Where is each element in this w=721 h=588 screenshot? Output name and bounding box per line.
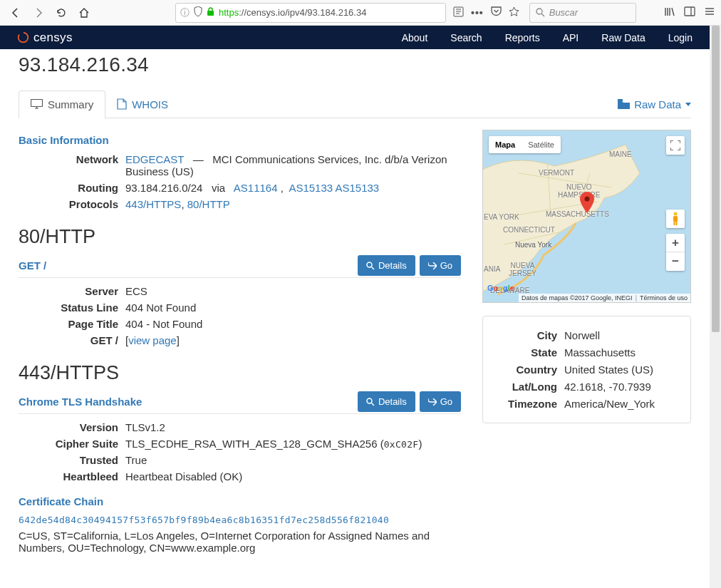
version-value: TLSv1.2 — [125, 421, 461, 433]
http-details-button[interactable]: Details — [358, 255, 415, 276]
home-button[interactable] — [74, 3, 94, 23]
sidebar-icon[interactable] — [684, 6, 695, 19]
svg-rect-14 — [676, 221, 678, 225]
protocols-value: 443/HTTPS, 80/HTTP — [125, 198, 461, 210]
arrow-icon — [428, 398, 437, 406]
svg-point-7 — [367, 262, 372, 267]
svg-point-8 — [367, 398, 372, 403]
map[interactable]: MAINE VERMONT NUEVO HAMPSHIRE MASSACHUSE… — [482, 130, 691, 303]
document-icon — [117, 98, 127, 110]
svg-point-2 — [536, 9, 542, 14]
chevron-down-icon — [685, 103, 691, 106]
pagetitle-label: Page Title — [19, 318, 118, 330]
address-bar[interactable]: ⓘ https://censys.io/ipv4/93.184.216.34 — [175, 3, 446, 23]
pocket-icon[interactable] — [491, 6, 502, 19]
scrollbar-track[interactable] — [710, 26, 721, 588]
map-type-tabs[interactable]: MapaSatélite — [489, 136, 561, 153]
pagetitle-value: 404 - Not Found — [125, 318, 461, 330]
library-icon[interactable] — [664, 6, 675, 19]
timezone-label: Timezone — [493, 398, 557, 410]
proto-http-link[interactable]: 80/HTTP — [187, 198, 230, 210]
svg-rect-5 — [31, 100, 43, 107]
cert-hash-link[interactable]: 642de54d84c30494157f53f657bf9f89b4ea6c8b… — [19, 515, 389, 525]
latlong-value: 42.1618, -70.7939 — [564, 381, 680, 393]
reader-icon[interactable] — [453, 6, 464, 19]
map-label: CONNECTICUT — [503, 226, 555, 234]
city-value: Norwell — [564, 329, 680, 341]
country-label: Country — [493, 363, 557, 376]
back-button[interactable] — [6, 3, 26, 23]
scrollbar-thumb[interactable] — [712, 26, 720, 332]
city-label: City — [493, 329, 557, 341]
nav-api[interactable]: API — [563, 32, 579, 43]
http-get-subhead[interactable]: GET / — [19, 259, 46, 272]
latlong-label: Lat/Long — [493, 381, 557, 393]
as-link-1[interactable]: AS11164 — [234, 182, 278, 194]
search-icon — [366, 262, 375, 270]
brand[interactable]: censys — [17, 31, 73, 45]
get-label: GET / — [19, 334, 118, 346]
country-value: United States (US) — [564, 363, 680, 376]
map-zoom-controls: + − — [666, 234, 685, 271]
more-icon[interactable]: ••• — [471, 7, 484, 19]
status-label: Status Line — [19, 301, 118, 314]
shield-icon[interactable] — [194, 6, 202, 19]
https-go-button[interactable]: Go — [420, 391, 461, 412]
forward-button[interactable] — [28, 3, 48, 23]
reload-button[interactable] — [51, 3, 71, 23]
protocols-label: Protocols — [19, 198, 118, 210]
as-link-2[interactable]: AS15133 AS15133 — [289, 182, 379, 194]
svg-rect-12 — [673, 216, 678, 222]
map-label: Nueva York — [515, 241, 551, 249]
map-pegman[interactable] — [666, 210, 685, 228]
raw-data-dropdown[interactable]: Raw Data — [618, 93, 691, 116]
https-details-button[interactable]: Details — [358, 391, 415, 412]
map-label: VERMONT — [539, 169, 574, 177]
tab-summary-label: Summary — [48, 98, 93, 110]
network-value: EDGECAST — MCI Communications Services, … — [125, 153, 461, 177]
nav-search[interactable]: Search — [450, 32, 482, 43]
get-value: [view page] — [125, 334, 461, 346]
tab-summary[interactable]: Summary — [19, 91, 105, 118]
nav-rawdata[interactable]: Raw Data — [601, 32, 645, 43]
map-tab-map[interactable]: Mapa — [489, 136, 522, 153]
heartbleed-value: Heartbeat Disabled (OK) — [125, 470, 461, 483]
network-label: Network — [19, 153, 118, 177]
server-label: Server — [19, 285, 118, 297]
map-zoom-in[interactable]: + — [666, 234, 685, 252]
location-box: CityNorwell StateMassachusetts CountryUn… — [482, 316, 691, 423]
map-tab-satellite[interactable]: Satélite — [522, 136, 561, 153]
tab-whois[interactable]: WHOIS — [105, 91, 180, 118]
url-text: https://censys.io/ipv4/93.184.216.34 — [219, 7, 441, 18]
map-label: NUEVA JERSEY — [509, 262, 536, 277]
cert-dn: C=US, ST=California, L=Los Angeles, O=In… — [19, 530, 461, 554]
search-icon — [536, 8, 545, 17]
proto-https-link[interactable]: 443/HTTPS — [125, 198, 181, 210]
raw-data-label: Raw Data — [634, 98, 681, 110]
tls-handshake-subhead[interactable]: Chrome TLS Handshake — [19, 396, 142, 408]
browser-toolbar: ⓘ https://censys.io/ipv4/93.184.216.34 •… — [0, 0, 721, 26]
timezone-value: America/New_York — [564, 398, 680, 410]
brand-icon — [17, 31, 29, 43]
map-fullscreen-button[interactable] — [666, 136, 685, 155]
view-page-link[interactable]: view page — [128, 334, 177, 346]
svg-rect-3 — [685, 7, 695, 16]
info-icon[interactable]: ⓘ — [180, 6, 190, 19]
http-go-button[interactable]: Go — [420, 255, 461, 276]
monitor-icon — [31, 99, 43, 110]
menu-icon[interactable] — [704, 6, 715, 19]
nav-reports[interactable]: Reports — [505, 32, 540, 43]
site-navbar: censys About Search Reports API Raw Data… — [0, 26, 710, 49]
search-box[interactable]: Buscar — [529, 3, 636, 23]
lock-icon[interactable] — [207, 7, 214, 19]
tab-bar: Summary WHOIS Raw Data — [19, 91, 691, 118]
map-zoom-out[interactable]: − — [666, 252, 685, 271]
nav-login[interactable]: Login — [668, 32, 693, 43]
routing-label: Routing — [19, 182, 118, 194]
network-link[interactable]: EDGECAST — [125, 153, 184, 165]
nav-about[interactable]: About — [402, 32, 428, 43]
bookmark-icon[interactable] — [509, 6, 519, 19]
trusted-label: Trusted — [19, 454, 118, 466]
svg-point-10 — [585, 197, 590, 202]
basic-info-title: Basic Information — [19, 134, 461, 146]
